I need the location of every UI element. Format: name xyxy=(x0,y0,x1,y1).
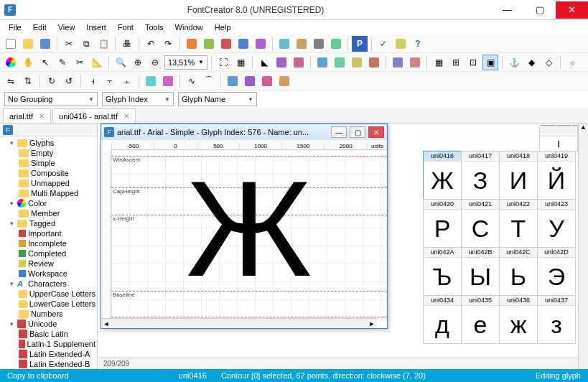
path-icon[interactable]: ⌒ xyxy=(201,73,217,89)
glyph-cell[interactable]: uni0419Й xyxy=(537,151,576,200)
glyph-cell[interactable]: uni0421С xyxy=(461,199,500,248)
zoom-in-icon[interactable]: ⊕ xyxy=(130,55,146,70)
tool-icon[interactable] xyxy=(218,36,234,52)
contour-icon[interactable] xyxy=(160,73,176,89)
menu-insert[interactable]: Insert xyxy=(80,22,112,33)
intersect-icon[interactable] xyxy=(242,73,258,89)
align-icon[interactable]: ⫟ xyxy=(102,73,118,89)
zoom-out-icon[interactable]: ⊖ xyxy=(147,55,163,70)
tree-item[interactable]: Member xyxy=(0,208,97,218)
exclude-icon[interactable] xyxy=(276,73,292,89)
measure-icon[interactable]: 📐 xyxy=(89,55,105,70)
minimize-button[interactable]: — xyxy=(491,1,523,19)
vertical-scrollbar[interactable]: ▲ xyxy=(578,124,588,369)
paste-icon[interactable]: 📋 xyxy=(95,36,111,52)
node-icon[interactable]: ◆ xyxy=(523,55,539,70)
align-icon[interactable]: ⫠ xyxy=(119,73,135,89)
tool-icon[interactable] xyxy=(276,36,292,52)
new-icon[interactable] xyxy=(3,36,19,52)
tree-color[interactable]: ▾Color xyxy=(0,198,97,208)
tree-item[interactable]: LowerCase Letters xyxy=(0,299,97,309)
tree-item[interactable]: Simple xyxy=(0,158,97,168)
anchor-icon[interactable]: ⚓ xyxy=(506,55,522,70)
tool-icon[interactable] xyxy=(328,36,344,52)
collapse-icon[interactable]: ▾ xyxy=(9,200,15,207)
node-icon[interactable]: ◇ xyxy=(541,55,556,70)
zoom-level[interactable]: 13,51%▼ xyxy=(164,55,207,70)
glyph-cell[interactable]: uni0422Т xyxy=(499,199,538,248)
inner-titlebar[interactable]: F arial.ttf - Arial - Simple - Glyph Ind… xyxy=(101,124,387,140)
tree-item[interactable]: UpperCase Letters xyxy=(0,289,97,299)
tree-item[interactable]: Latin Extended-A xyxy=(0,349,97,359)
tool-icon[interactable] xyxy=(201,36,217,52)
tree-item[interactable]: Basic Latin xyxy=(0,329,97,339)
path-icon[interactable]: ∿ xyxy=(184,73,200,89)
open-icon[interactable] xyxy=(20,36,36,52)
shape-icon[interactable] xyxy=(291,55,307,70)
close-tab-icon[interactable]: ✕ xyxy=(39,112,45,120)
glyph-cell[interactable]: uni0434д xyxy=(423,295,462,344)
menu-tools[interactable]: Tools xyxy=(139,22,169,33)
tree-unicode[interactable]: ▾Unicode xyxy=(0,319,97,329)
tool-icon[interactable] xyxy=(253,36,269,52)
glyph-cell[interactable]: uni0416Ж xyxy=(423,151,462,200)
union-icon[interactable] xyxy=(225,73,241,89)
glyph-cell[interactable]: uni0417З xyxy=(461,151,500,200)
save-icon[interactable] xyxy=(37,36,53,52)
layer-icon[interactable] xyxy=(366,55,382,70)
menu-window[interactable]: Window xyxy=(169,22,209,33)
fit-icon[interactable]: ⛶ xyxy=(215,55,231,70)
undo-icon[interactable]: ↶ xyxy=(143,36,159,52)
tree-item[interactable]: Latin Extended-B xyxy=(0,359,97,369)
menu-font[interactable]: Font xyxy=(112,22,139,33)
filter-dropdown[interactable]: Glyph Name▼ xyxy=(178,92,257,106)
tree-item[interactable]: Empty xyxy=(0,148,97,158)
maximize-button[interactable]: ▢ xyxy=(523,1,556,19)
tab-font[interactable]: arial.ttf✕ xyxy=(3,108,51,123)
collapse-icon[interactable]: ▾ xyxy=(9,281,15,287)
glyph-cell[interactable]: uni0435е xyxy=(461,295,500,344)
menu-help[interactable]: Help xyxy=(209,22,237,33)
glyph-cell[interactable]: uni0418И xyxy=(499,151,538,200)
grid-icon[interactable]: ▦ xyxy=(233,55,248,70)
knife-icon[interactable]: ✂ xyxy=(72,55,88,70)
contour-icon[interactable] xyxy=(143,73,159,89)
tree-item[interactable]: Composite xyxy=(0,168,97,178)
glyph-cell[interactable]: uni0423У xyxy=(537,199,576,248)
rotate-icon[interactable]: ↻ xyxy=(44,73,60,89)
flip-v-icon[interactable]: ⇅ xyxy=(20,73,36,89)
menu-edit[interactable]: Edit xyxy=(27,22,52,33)
pointer-icon[interactable]: ↖ xyxy=(37,55,53,70)
check-icon[interactable]: ✓ xyxy=(375,36,391,52)
inner-minimize[interactable]: — xyxy=(331,126,347,138)
tree-item[interactable]: Review xyxy=(0,258,97,269)
tab-glyph[interactable]: uni0416 - arial.ttf✕ xyxy=(52,108,136,123)
menu-view[interactable]: View xyxy=(52,22,81,33)
parking-icon[interactable]: P xyxy=(352,36,368,52)
help-icon[interactable]: ? xyxy=(410,36,426,52)
tree-item[interactable]: Latin-1 Supplement xyxy=(0,339,97,349)
inner-hscroll[interactable]: ◄► xyxy=(101,318,377,328)
inner-maximize[interactable]: ▢ xyxy=(350,126,365,138)
glyph-cell[interactable]: uni042CЬ xyxy=(499,247,538,296)
collapse-icon[interactable]: ▾ xyxy=(9,321,15,327)
close-button[interactable]: ✕ xyxy=(556,1,588,19)
glyph-cell[interactable]: ı xyxy=(539,126,578,152)
glyph-cell[interactable]: uni0420Р xyxy=(423,199,462,248)
lock-icon[interactable]: ⟐ xyxy=(564,55,580,70)
tree-item[interactable]: Workspace xyxy=(0,269,97,279)
editing-glyph[interactable]: Ж xyxy=(186,160,312,297)
tool-icon[interactable] xyxy=(390,55,406,70)
zoom-icon[interactable]: 🔍 xyxy=(113,55,129,70)
grid-toggle-icon[interactable]: ▣ xyxy=(482,55,498,70)
glyph-cell[interactable]: uni0436ж xyxy=(499,295,538,344)
palette-icon[interactable] xyxy=(3,55,19,70)
tree-item[interactable]: Multi Mapped xyxy=(0,188,97,198)
grid-toggle-icon[interactable]: ⊡ xyxy=(465,55,481,70)
layer-icon[interactable] xyxy=(349,55,365,70)
tree-tagged[interactable]: ▾Tagged xyxy=(0,218,97,228)
rotate-icon[interactable]: ↺ xyxy=(61,73,77,89)
tool-icon[interactable] xyxy=(184,36,200,52)
copy-icon[interactable]: ⧉ xyxy=(78,36,94,52)
tree-item[interactable]: Unmapped xyxy=(0,178,97,188)
